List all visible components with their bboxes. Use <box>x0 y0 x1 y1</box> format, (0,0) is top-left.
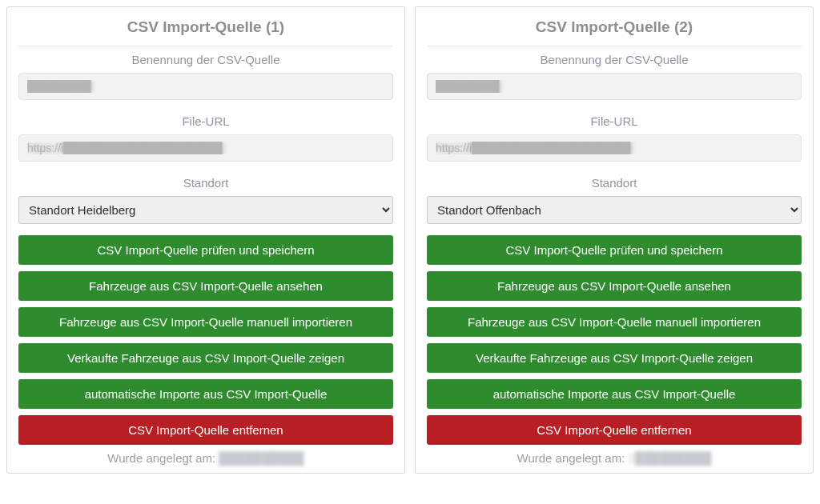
csv-source-card-2: CSV Import-Quelle (2) Benennung der CSV-… <box>415 6 814 474</box>
location-select[interactable]: Standort Heidelberg <box>18 196 393 224</box>
url-label: File-URL <box>18 114 393 128</box>
name-input[interactable] <box>18 73 393 100</box>
location-label: Standort <box>427 176 802 190</box>
location-label: Standort <box>18 176 393 190</box>
manual-import-button[interactable]: Fahrzeuge aus CSV Import-Quelle manuell … <box>18 307 393 337</box>
manual-import-button[interactable]: Fahrzeuge aus CSV Import-Quelle manuell … <box>427 307 802 337</box>
sold-vehicles-button[interactable]: Verkaufte Fahrzeuge aus CSV Import-Quell… <box>18 343 393 373</box>
csv-source-card-1: CSV Import-Quelle (1) Benennung der CSV-… <box>6 6 405 474</box>
created-date: ██████████ <box>219 451 303 465</box>
divider <box>18 46 393 46</box>
created-label: Wurde angelegt am: <box>107 451 215 465</box>
card-title: CSV Import-Quelle (1) <box>18 18 393 46</box>
divider <box>427 46 802 46</box>
auto-import-button[interactable]: automatische Importe aus CSV Import-Quel… <box>18 379 393 409</box>
name-label: Benennung der CSV-Quelle <box>18 53 393 66</box>
url-input[interactable] <box>18 134 393 162</box>
created-at: Wurde angelegt am: ██████████ <box>18 451 393 465</box>
name-label: Benennung der CSV-Quelle <box>427 53 802 66</box>
url-input[interactable] <box>427 134 802 162</box>
remove-source-button[interactable]: CSV Import-Quelle entfernen <box>18 415 393 445</box>
check-save-button[interactable]: CSV Import-Quelle prüfen und speichern <box>427 235 802 265</box>
name-input[interactable] <box>427 73 802 100</box>
sold-vehicles-button[interactable]: Verkaufte Fahrzeuge aus CSV Import-Quell… <box>427 343 802 373</box>
view-vehicles-button[interactable]: Fahrzeuge aus CSV Import-Quelle ansehen <box>427 271 802 301</box>
auto-import-button[interactable]: automatische Importe aus CSV Import-Quel… <box>427 379 802 409</box>
created-label: Wurde angelegt am: <box>517 451 625 465</box>
created-date: 2█████████ <box>628 451 711 465</box>
created-at: Wurde angelegt am: 2█████████ <box>427 451 802 465</box>
card-title: CSV Import-Quelle (2) <box>427 18 802 46</box>
remove-source-button[interactable]: CSV Import-Quelle entfernen <box>427 415 802 445</box>
url-label: File-URL <box>427 114 802 128</box>
view-vehicles-button[interactable]: Fahrzeuge aus CSV Import-Quelle ansehen <box>18 271 393 301</box>
location-select[interactable]: Standort Offenbach <box>427 196 802 224</box>
check-save-button[interactable]: CSV Import-Quelle prüfen und speichern <box>18 235 393 265</box>
